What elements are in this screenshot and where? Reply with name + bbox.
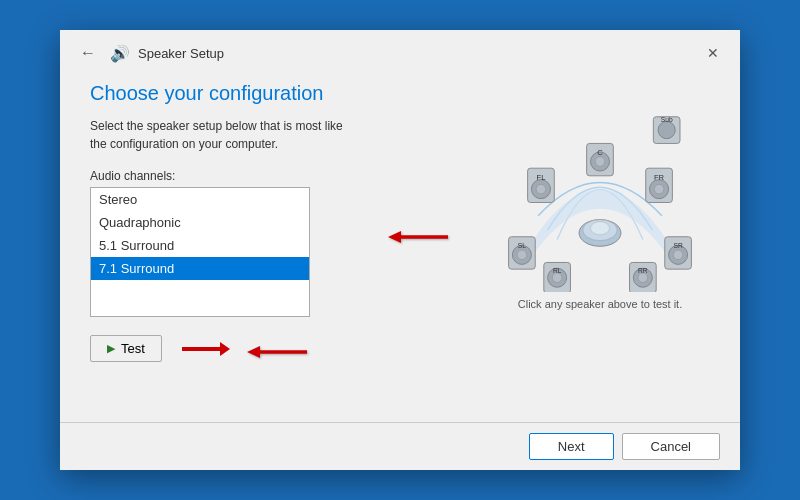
title-bar: ← 🔊 Speaker Setup ✕ <box>60 30 740 72</box>
next-button[interactable]: Next <box>529 433 614 460</box>
svg-point-2 <box>590 222 609 235</box>
close-button[interactable]: ✕ <box>700 40 726 66</box>
speaker-diagram: FL FR C <box>500 92 700 292</box>
svg-text:RR: RR <box>638 267 648 274</box>
test-button[interactable]: ▶ Test <box>90 335 162 362</box>
svg-text:SR: SR <box>673 242 682 249</box>
dialog-title: Speaker Setup <box>138 46 224 61</box>
cancel-button[interactable]: Cancel <box>622 433 720 460</box>
right-panel: FL FR C <box>490 82 710 412</box>
svg-marker-35 <box>388 231 401 243</box>
svg-text:C: C <box>597 148 603 157</box>
list-item-7.1[interactable]: 7.1 Surround <box>91 257 309 280</box>
svg-point-16 <box>658 122 675 139</box>
svg-point-20 <box>517 250 527 260</box>
svg-text:FR: FR <box>654 173 665 182</box>
play-icon: ▶ <box>107 342 115 355</box>
click-hint: Click any speaker above to test it. <box>518 298 682 310</box>
svg-text:RL: RL <box>553 267 562 274</box>
list-item-stereo[interactable]: Stereo <box>91 188 309 211</box>
speaker-icon: 🔊 <box>110 44 130 63</box>
back-button[interactable]: ← <box>74 42 102 64</box>
svg-point-5 <box>536 184 546 194</box>
audio-channels-listbox[interactable]: Stereo Quadraphonic 5.1 Surround 7.1 Sur… <box>90 187 310 317</box>
svg-marker-37 <box>247 346 260 358</box>
svg-text:SL: SL <box>518 242 526 249</box>
test-button-arrow-indicator <box>242 341 312 363</box>
svg-point-32 <box>638 273 648 283</box>
test-button-label: Test <box>121 341 145 356</box>
svg-point-9 <box>654 184 664 194</box>
description: Select the speaker setup below that is m… <box>90 117 470 153</box>
list-item-quadraphonic[interactable]: Quadraphonic <box>91 211 309 234</box>
svg-point-24 <box>673 250 683 260</box>
dialog-footer: Next Cancel <box>60 422 740 470</box>
test-arrow-indicator <box>182 340 230 358</box>
svg-text:Sub: Sub <box>661 116 673 123</box>
svg-text:FL: FL <box>537 173 546 182</box>
list-arrow-indicator <box>383 226 453 248</box>
title-bar-left: ← 🔊 Speaker Setup <box>74 42 224 64</box>
speaker-setup-dialog: ← 🔊 Speaker Setup ✕ Choose your configur… <box>60 30 740 470</box>
audio-channels-label: Audio channels: <box>90 169 470 183</box>
page-title: Choose your configuration <box>90 82 470 105</box>
svg-point-28 <box>552 273 562 283</box>
svg-point-13 <box>595 157 605 167</box>
list-item-5.1[interactable]: 5.1 Surround <box>91 234 309 257</box>
